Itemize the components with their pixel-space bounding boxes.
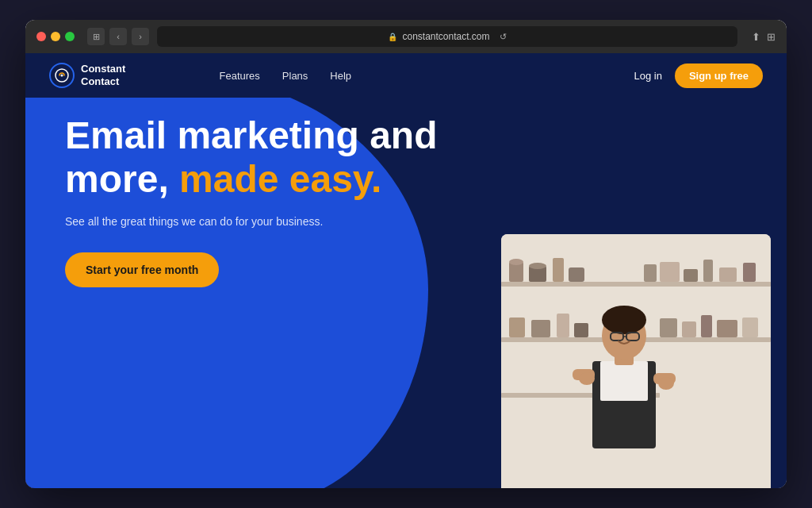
svg-rect-25: [717, 320, 737, 337]
svg-rect-10: [553, 258, 564, 282]
signup-button[interactable]: Sign up free: [675, 64, 763, 88]
svg-rect-11: [569, 267, 584, 282]
traffic-light-yellow[interactable]: [51, 32, 60, 41]
nav-features[interactable]: Features: [220, 70, 260, 82]
hero-title: Email marketing and more, made easy.: [65, 114, 484, 201]
url-text: constantcontact.com: [402, 31, 489, 42]
tab-button[interactable]: ⊞: [87, 28, 105, 45]
hero-image: [501, 234, 771, 488]
svg-rect-16: [719, 267, 737, 282]
svg-rect-21: [574, 323, 588, 337]
logo-icon: [49, 63, 75, 88]
svg-rect-23: [682, 321, 696, 337]
refresh-icon[interactable]: ↺: [500, 32, 507, 42]
browser-chrome: ⊞ ‹ › 🔒 constantcontact.com ↺ ⬆ ⊞: [25, 20, 787, 53]
share-icon[interactable]: ⬆: [752, 31, 760, 43]
svg-rect-3: [501, 282, 771, 287]
svg-rect-20: [557, 314, 569, 337]
traffic-light-red[interactable]: [36, 32, 46, 41]
forward-button[interactable]: ›: [132, 28, 149, 45]
svg-rect-22: [660, 318, 677, 337]
hero-content: Email marketing and more, made easy. See…: [65, 114, 484, 287]
svg-rect-17: [743, 263, 756, 282]
svg-rect-18: [509, 318, 525, 337]
svg-point-7: [509, 259, 523, 265]
svg-point-38: [658, 377, 674, 390]
login-button[interactable]: Log in: [634, 70, 661, 82]
svg-rect-13: [660, 262, 680, 282]
traffic-light-green[interactable]: [65, 32, 75, 41]
address-bar[interactable]: 🔒 constantcontact.com ↺: [157, 26, 737, 47]
svg-point-1: [61, 75, 63, 77]
svg-rect-19: [531, 320, 550, 337]
hero-section: Email marketing and more, made easy. See…: [25, 98, 787, 488]
browser-window: ⊞ ‹ › 🔒 constantcontact.com ↺ ⬆ ⊞: [25, 20, 787, 488]
website-content: Constant Contact Features Plans Help Log…: [25, 53, 787, 488]
nav-plans[interactable]: Plans: [282, 70, 308, 82]
navigation: Constant Contact Features Plans Help Log…: [25, 53, 787, 98]
svg-rect-12: [644, 264, 657, 282]
lock-icon: 🔒: [388, 33, 397, 41]
grid-icon[interactable]: ⊞: [767, 31, 776, 43]
browser-actions: ⬆ ⊞: [752, 31, 776, 43]
hero-subtitle: See all the great things we can do for y…: [65, 214, 484, 230]
cta-button[interactable]: Start your free month: [65, 252, 219, 287]
traffic-lights: [36, 32, 75, 41]
logo: Constant Contact: [49, 63, 125, 88]
nav-help[interactable]: Help: [330, 70, 351, 82]
svg-rect-28: [600, 361, 648, 401]
nav-links: Features Plans Help: [220, 70, 352, 82]
hero-title-line2-orange: made easy.: [169, 158, 382, 200]
svg-rect-14: [684, 269, 698, 282]
svg-point-37: [579, 372, 595, 385]
svg-point-33: [602, 306, 646, 334]
svg-point-9: [529, 263, 546, 269]
browser-controls: ⊞ ‹ ›: [87, 28, 149, 45]
nav-actions: Log in Sign up free: [634, 64, 763, 88]
svg-rect-26: [742, 318, 758, 337]
svg-rect-24: [701, 315, 712, 337]
back-button[interactable]: ‹: [109, 28, 127, 45]
hero-title-line2-plain: more,: [65, 158, 169, 200]
shelf-background: [501, 234, 771, 488]
hero-title-line1: Email marketing and: [65, 114, 437, 156]
logo-text: Constant Contact: [81, 63, 125, 87]
svg-rect-15: [703, 260, 713, 282]
